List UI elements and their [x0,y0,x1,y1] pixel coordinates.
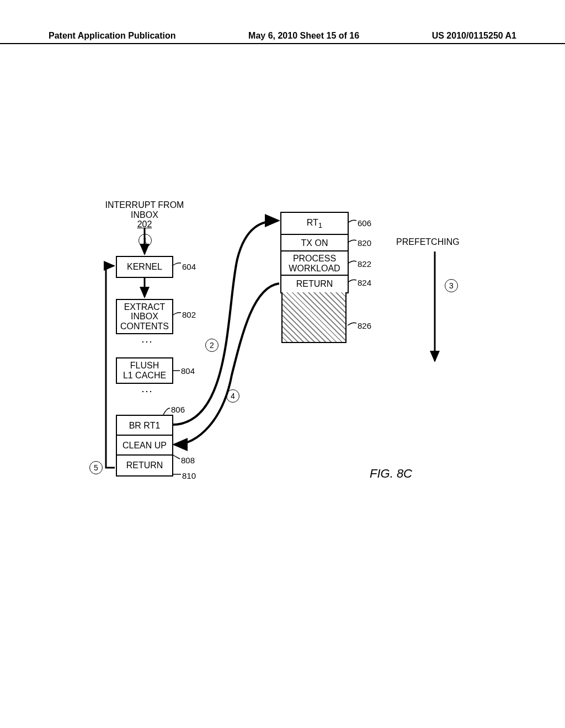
extract-l2: INBOX [131,312,158,322]
cleanup-text: CLEAN UP [122,441,167,451]
kernel-text: KERNEL [127,262,162,272]
brrt1-ref: 806 [171,405,185,414]
process-l1: PROCESS [293,254,336,264]
process-l2: WORKLOAD [289,264,340,274]
process-ref: 822 [358,259,371,269]
brrt1-text: BR RT1 [129,421,161,431]
interrupt-ref: 202 [100,220,189,229]
prefetching-label: PREFETCHING [396,237,460,247]
diagram-container: INTERRUPT FROM INBOX 202 KERNEL 604 EXTR… [0,0,565,728]
hatch-ref: 826 [358,321,371,330]
step-3: 3 [445,279,458,292]
cleanup-box: CLEAN UP [116,435,173,456]
txon-box: TX ON [280,234,349,251]
ellipsis-2: ⋮ [141,386,153,398]
process-box: PROCESS WORKLOAD [280,250,349,276]
flush-box: FLUSH L1 CACHE [116,357,173,384]
extract-l3: CONTENTS [120,322,169,331]
interrupt-line2: INBOX [100,210,189,220]
return-right-ref: 824 [358,278,371,287]
arrows-overlay [0,0,565,728]
flush-ref: 804 [181,366,195,376]
interrupt-line1: INTERRUPT FROM [100,200,189,210]
figure-label: FIG. 8C [370,467,412,481]
cleanup-ref: 808 [181,456,195,465]
extract-box: EXTRACT INBOX CONTENTS [116,299,173,334]
rt1-text: RT1 [307,218,322,230]
step-2: 2 [205,339,218,352]
rt1-ref: 606 [358,218,371,228]
step-1: 1 [138,234,152,247]
kernel-box: KERNEL [116,256,173,278]
txon-text: TX ON [301,238,328,248]
extract-l1: EXTRACT [124,302,166,312]
rt1-box: RT1 [280,212,349,235]
return-left-box: RETURN [116,454,173,477]
flush-l2: L1 CACHE [123,371,166,381]
brrt1-box: BR RT1 [116,415,173,436]
step-5: 5 [89,461,103,474]
return-left-ref: 810 [182,471,196,480]
return-right-text: RETURN [296,279,333,289]
hatched-area [281,292,347,343]
kernel-ref: 604 [182,262,196,271]
interrupt-label: INTERRUPT FROM INBOX 202 [100,200,189,229]
return-right-box: RETURN [280,275,349,293]
step-4: 4 [226,389,239,403]
txon-ref: 820 [358,238,371,248]
extract-ref: 802 [182,310,196,319]
return-left-text: RETURN [126,461,163,470]
flush-l1: FLUSH [130,361,159,371]
ellipsis-1: ⋮ [141,336,153,349]
